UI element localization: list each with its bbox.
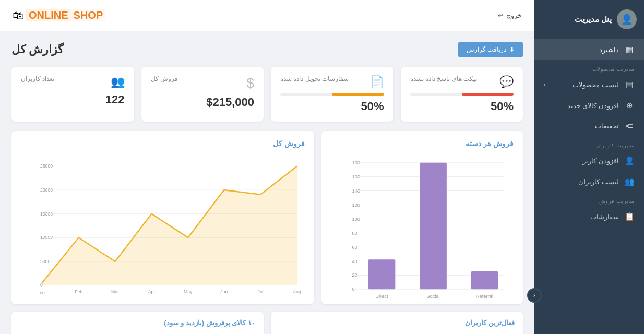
exit-label: خروج	[507, 11, 522, 19]
dollar-icon: $	[247, 75, 254, 91]
stat-label-tickets: تیکت های پاسخ داده نشده	[410, 75, 477, 82]
sidebar: 👤 پنل مدیریت ▦ داشبرد مدیریت محصولات ▤ ل…	[534, 0, 644, 334]
add-icon: ⊕	[624, 101, 635, 110]
svg-text:Referral: Referral	[475, 294, 493, 299]
bar-chart-area: 0 20 40 60 80 100 120 140 160 180 200	[331, 153, 514, 299]
charts-row: فروش هر دسته 0 20 40 60 80 100 120 140 1…	[11, 131, 523, 304]
topbar: 🛍 ONLINESHOP ↩ خروج	[0, 0, 534, 31]
sidebar-item-label: لیست محصولات	[573, 81, 619, 89]
section-label-users: مدیریت کاربران	[534, 136, 644, 150]
sidebar-item-label: لیست کاربران	[578, 178, 619, 186]
sidebar-item-label: افزودن کالای جدید	[567, 102, 619, 110]
bar-chart-svg: 0 20 40 60 80 100 120 140 160 180 200	[331, 153, 514, 299]
content-area: ⬇ دریافت گزارش گزارش کل 💬 تیکت های پاسخ …	[0, 31, 534, 334]
svg-text:Apr: Apr	[148, 289, 156, 294]
svg-text:0: 0	[352, 287, 354, 292]
sidebar-item-label: سفارشات	[590, 213, 619, 221]
users-icon: 👥	[624, 177, 635, 186]
stat-card-orders: 📄 سفارشات تحویل داده شده 50%	[271, 67, 393, 122]
logo-shop: SHOP	[71, 9, 106, 21]
add-user-icon: 👤	[624, 156, 635, 165]
sidebar-item-products[interactable]: ▤ لیست محصولات ›	[534, 74, 644, 95]
logo: 🛍 ONLINESHOP	[13, 9, 106, 22]
main-area: 🛍 ONLINESHOP ↩ خروج ⬇ دریافت گزارش گزارش…	[0, 0, 534, 334]
stat-card-header: 👥 تعداد کاربران	[21, 75, 125, 89]
exit-button[interactable]: ↩ خروج	[498, 11, 522, 19]
page-title: گزارش کل	[11, 43, 63, 56]
ticket-progress-bar	[410, 93, 514, 96]
stat-card-tickets: 💬 تیکت های پاسخ داده نشده 50%	[401, 67, 523, 122]
stat-card-header: 💬 تیکت های پاسخ داده نشده	[410, 75, 514, 89]
bottom-card-active-users: فعال‌ترین کاربران	[271, 312, 523, 334]
line-chart-area: 0 5000 10000 15000 20000 25000	[21, 153, 305, 299]
discount-icon: 🏷	[624, 122, 635, 130]
sidebar-header: 👤 پنل مدیریت	[534, 0, 644, 39]
orders-icon: 📄	[370, 75, 384, 89]
avatar-icon: 👤	[621, 14, 633, 25]
sidebar-item-add-user[interactable]: 👤 افزودن کاربر	[534, 150, 644, 171]
users-icon: 👥	[111, 75, 125, 89]
stats-row: 💬 تیکت های پاسخ داده نشده 50% 📄 سفارشات …	[11, 67, 523, 122]
shop-bag-icon: 🛍	[13, 9, 24, 22]
svg-text:Jul: Jul	[258, 289, 264, 294]
stat-value-tickets: 50%	[410, 100, 514, 113]
bar-social	[420, 163, 447, 290]
logo-text: ONLINESHOP	[26, 9, 106, 21]
bottom-card-left-title: فعال‌ترین کاربران	[279, 319, 515, 327]
download-report-button[interactable]: ⬇ دریافت گزارش	[458, 42, 523, 57]
line-chart-svg: 0 5000 10000 15000 20000 25000	[21, 153, 305, 299]
bottom-row: فعال‌ترین کاربران ۱۰ کالای پرفروش (بازدی…	[11, 312, 523, 334]
download-button-label: دریافت گزارش	[467, 46, 506, 53]
bar-direct	[368, 259, 395, 289]
svg-text:Jun: Jun	[220, 289, 228, 294]
sidebar-nav: ▦ داشبرد مدیریت محصولات ▤ لیست محصولات ›…	[534, 39, 644, 334]
logo-online: ONLINE	[26, 9, 71, 21]
bar-chart-card: فروش هر دسته 0 20 40 60 80 100 120 140 1…	[321, 131, 523, 304]
section-label-products: مدیریت محصولات	[534, 60, 644, 74]
orders-progress-bar	[280, 93, 384, 96]
products-icon: ▤	[624, 80, 635, 89]
svg-text:May: May	[184, 289, 193, 294]
bar-chart-title: فروش هر دسته	[331, 139, 514, 148]
stat-card-sales: $ فروش کل $215,000	[141, 67, 264, 122]
chevron-right-icon: ›	[544, 82, 545, 88]
stat-label-orders: سفارشات تحویل داده شده	[280, 75, 349, 82]
bottom-card-right-title: ۱۰ کالای پرفروش (بازدید و سود)	[20, 319, 255, 327]
stat-value-users: 122	[21, 93, 125, 106]
svg-text:مهر: مهر	[38, 289, 46, 295]
sidebar-item-label: تخفیفات	[595, 122, 619, 130]
sidebar-item-discounts[interactable]: 🏷 تخفیفات	[534, 116, 644, 136]
stat-card-header: 📄 سفارشات تحویل داده شده	[280, 75, 384, 89]
orders-icon: 📋	[624, 212, 635, 221]
sidebar-item-add-product[interactable]: ⊕ افزودن کالای جدید	[534, 95, 644, 116]
exit-icon: ↩	[498, 11, 504, 19]
svg-text:Mar: Mar	[111, 289, 119, 294]
stat-label-users: تعداد کاربران	[21, 75, 54, 82]
svg-text:Social: Social	[426, 294, 439, 299]
sidebar-item-orders[interactable]: 📋 سفارشات	[534, 206, 644, 227]
orders-progress-fill	[332, 93, 384, 96]
svg-text:Feb: Feb	[75, 289, 82, 294]
line-chart-card: فروش کل 0 5000 10000 15000 20000 25000	[11, 131, 314, 304]
svg-text:Direct: Direct	[375, 294, 388, 299]
sidebar-item-users-list[interactable]: 👥 لیست کاربران	[534, 171, 644, 192]
stat-value-orders: 50%	[280, 100, 384, 113]
sidebar-title: پنل مدیریت	[575, 15, 612, 24]
bottom-card-top-products: ۱۰ کالای پرفروش (بازدید و سود)	[11, 312, 264, 334]
sidebar-toggle-button[interactable]: ‹	[527, 288, 542, 303]
stat-value-sales: $215,000	[151, 96, 255, 109]
ticket-icon: 💬	[499, 75, 514, 89]
svg-text:Aug: Aug	[293, 289, 301, 294]
line-chart-title: فروش کل	[21, 139, 305, 148]
sidebar-item-label: افزودن کاربر	[582, 157, 619, 165]
bar-referral	[471, 271, 498, 289]
stat-card-header: $ فروش کل	[151, 75, 255, 91]
stat-label-sales: فروش کل	[151, 75, 178, 82]
sidebar-item-dashboard[interactable]: ▦ داشبرد	[534, 39, 644, 60]
section-label-sales: مدیریت فروش	[534, 192, 644, 206]
sidebar-item-label: داشبرد	[599, 46, 619, 54]
download-icon: ⬇	[509, 46, 515, 53]
dashboard-icon: ▦	[624, 45, 635, 54]
avatar: 👤	[617, 9, 637, 29]
page-header: ⬇ دریافت گزارش گزارش کل	[11, 42, 523, 57]
